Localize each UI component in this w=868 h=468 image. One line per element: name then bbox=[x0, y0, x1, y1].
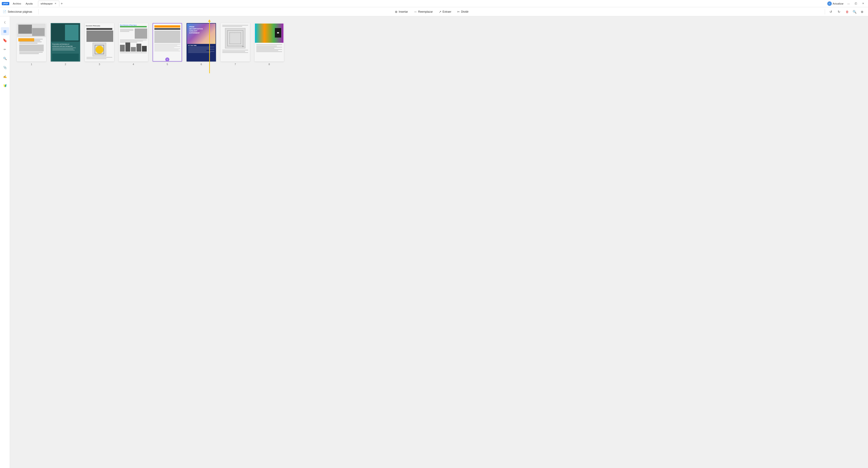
sidebar-item-attachments[interactable]: 📎 bbox=[1, 63, 9, 71]
toolbar-right: ↺ ↻ 🗑 bbox=[828, 9, 850, 15]
select-pages-label: Seleccionar páginas bbox=[8, 10, 32, 13]
replace-label: Reemplazar bbox=[418, 10, 433, 13]
sidebar-item-search[interactable]: 🔍 bbox=[1, 54, 9, 62]
split-label: Dividir bbox=[461, 10, 468, 13]
extract-button[interactable]: ↗ Extraer bbox=[436, 9, 454, 15]
toolbar-actions: ⊕ Insertar ↔ Reemplazar ↗ Extraer ✂ Divi… bbox=[41, 9, 822, 15]
sidebar-item-signatures[interactable]: ✍ bbox=[1, 72, 9, 80]
page-number-1: 1 bbox=[31, 63, 32, 66]
app-logo: UPDF bbox=[2, 2, 9, 5]
page-thumbnail-7[interactable]: geo bbox=[220, 23, 250, 62]
menu-archivo[interactable]: Archivo bbox=[11, 2, 23, 5]
page-number-3: 3 bbox=[99, 63, 100, 66]
user-info: A Actualizar bbox=[827, 1, 843, 6]
page-thumbnail-2[interactable]: Preservation and Inheritance of architec… bbox=[51, 23, 80, 62]
delete-button[interactable]: 🗑 bbox=[844, 9, 850, 15]
page-thumbnail-1[interactable] bbox=[17, 23, 46, 62]
left-sidebar: ❮ ⊞ 🔖 ✏ 🔍 📎 ✍ 🔰 bbox=[0, 16, 10, 468]
page-item-5[interactable]: 5 5 bbox=[153, 23, 182, 66]
page-number-4: 4 bbox=[133, 63, 134, 66]
window-controls: — ⧠ ✕ bbox=[845, 1, 866, 6]
tab-label: whitepaper bbox=[40, 2, 53, 5]
zoom-button[interactable]: ⊕ bbox=[859, 9, 865, 15]
rotate-right-button[interactable]: ↻ bbox=[836, 9, 842, 15]
page-item-4[interactable]: Basic Elements of Plane Space bbox=[119, 23, 148, 66]
page-number-5: 5 bbox=[167, 63, 168, 66]
sidebar-item-stamps[interactable]: 🔰 bbox=[1, 81, 9, 90]
sidebar-item-pages[interactable]: ⊞ bbox=[1, 27, 9, 35]
sidebar-item-bookmarks[interactable]: 🔖 bbox=[1, 36, 9, 44]
insert-label: Insertar bbox=[399, 10, 408, 13]
split-icon: ✂ bbox=[457, 10, 460, 13]
page-item-6[interactable]: PRISMDECOMPOSITIONSUNLIGHTEXPERIMENT AT … bbox=[187, 23, 216, 66]
menu-bar: Archivo Ayuda bbox=[11, 2, 35, 5]
page-number-2: 2 bbox=[65, 63, 66, 66]
extract-label: Extraer bbox=[443, 10, 452, 13]
toolbar-left: 📄 Seleccionar páginas bbox=[3, 10, 32, 13]
page-thumbnail-4[interactable]: Basic Elements of Plane Space bbox=[119, 23, 148, 62]
replace-icon: ↔ bbox=[414, 10, 417, 13]
minimize-button[interactable]: — bbox=[845, 1, 852, 6]
title-bar-right: A Actualizar — ⧠ ✕ bbox=[827, 1, 866, 6]
pages-grid: 1 Preservation and Inheritance of archit… bbox=[14, 21, 864, 68]
page-item-8[interactable]: 📖 8 bbox=[254, 23, 284, 66]
extract-icon: ↗ bbox=[439, 10, 441, 13]
menu-ayuda[interactable]: Ayuda bbox=[24, 2, 34, 5]
avatar: A bbox=[827, 1, 832, 6]
tab-bar: whitepaper ✕ + bbox=[38, 1, 826, 6]
page-number-7: 7 bbox=[235, 63, 236, 66]
tab-close-button[interactable]: ✕ bbox=[54, 2, 57, 5]
replace-button[interactable]: ↔ Reemplazar bbox=[411, 9, 436, 15]
at-the-time-text: AT THE TIME bbox=[188, 45, 214, 46]
sidebar-collapse[interactable]: ❮ bbox=[1, 18, 9, 26]
sidebar-item-annotations[interactable]: ✏ bbox=[1, 45, 9, 54]
page-item-3[interactable]: Geometric Philosophy 3 bbox=[85, 23, 114, 66]
toolbar-search-zoom: 🔍 ⊕ bbox=[851, 9, 865, 15]
close-button[interactable]: ✕ bbox=[860, 1, 866, 6]
page-thumbnail-3[interactable]: Geometric Philosophy bbox=[85, 23, 114, 62]
rotate-left-button[interactable]: ↺ bbox=[828, 9, 834, 15]
page-thumbnail-6[interactable]: PRISMDECOMPOSITIONSUNLIGHTEXPERIMENT AT … bbox=[187, 23, 216, 62]
tab-add-button[interactable]: + bbox=[60, 2, 64, 6]
page-thumbnail-8[interactable]: 📖 bbox=[254, 23, 284, 62]
page-item-2[interactable]: Preservation and Inheritance of architec… bbox=[51, 23, 80, 66]
page-item-7[interactable]: geo 7 bbox=[220, 23, 250, 66]
page-thumbnail-5[interactable]: 5 bbox=[153, 23, 182, 62]
insert-icon: ⊕ bbox=[395, 10, 398, 13]
search-button[interactable]: 🔍 bbox=[851, 9, 858, 15]
drop-indicator bbox=[209, 21, 210, 73]
insert-button[interactable]: ⊕ Insertar bbox=[392, 9, 411, 15]
content-area: 1 Preservation and Inheritance of archit… bbox=[10, 16, 868, 468]
tab-whitepaper[interactable]: whitepaper ✕ bbox=[38, 1, 59, 6]
split-button[interactable]: ✂ Dividir bbox=[454, 9, 471, 15]
select-pages-icon: 📄 bbox=[3, 10, 6, 13]
maximize-button[interactable]: ⧠ bbox=[852, 1, 859, 6]
main-layout: ❮ ⊞ 🔖 ✏ 🔍 📎 ✍ 🔰 bbox=[0, 16, 868, 468]
toolbar-separator-1 bbox=[38, 9, 39, 14]
title-bar: UPDF Archivo Ayuda whitepaper ✕ + A Actu… bbox=[0, 0, 868, 7]
page-item-1[interactable]: 1 bbox=[17, 23, 46, 66]
page-number-8: 8 bbox=[269, 63, 270, 66]
user-name: Actualizar bbox=[833, 2, 843, 5]
page-number-6: 6 bbox=[200, 63, 202, 66]
toolbar: 📄 Seleccionar páginas ⊕ Insertar ↔ Reemp… bbox=[0, 7, 868, 16]
